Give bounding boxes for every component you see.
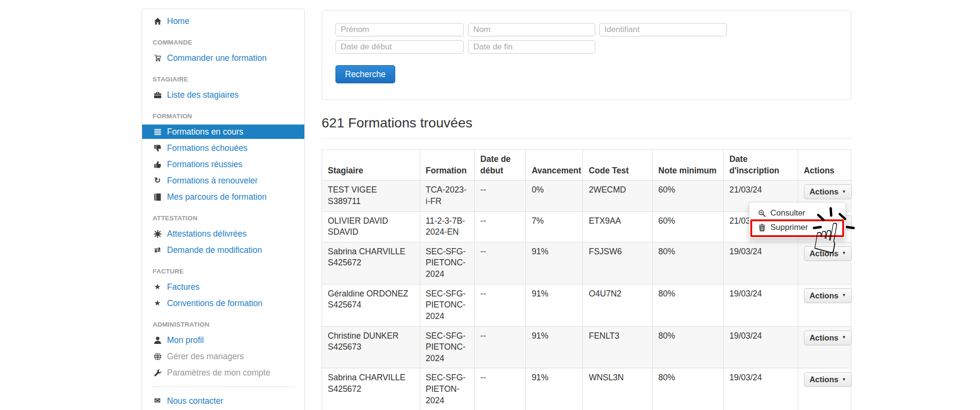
wrench-icon <box>153 369 162 377</box>
sidebar-section-administration: ADMINISTRATION <box>142 321 304 328</box>
sidebar-item-formations-reussies[interactable]: Formations réussies <box>142 157 304 171</box>
results-heading: 621 Formations trouvées <box>322 115 851 139</box>
avancement-value: 91% <box>526 368 583 410</box>
col-code-test: Code Test <box>583 150 652 181</box>
table-row: Christine DUNKERS425673 SEC-SFG-PIETONC-… <box>322 326 851 368</box>
code-test-value: FENLT3 <box>583 326 652 368</box>
sidebar-item-conventions-de-formation[interactable]: ★ Conventions de formation <box>142 296 304 310</box>
sidebar-item-label: Attestations délivrées <box>167 229 246 239</box>
sidebar-item-mes-parcours-de-formation[interactable]: Mes parcours de formation <box>142 190 304 204</box>
sidebar-item-parametres-de-mon-compte[interactable]: Paramètres de mon compte <box>142 365 304 380</box>
stagiaire-id: S389711 <box>328 196 414 207</box>
date-fin-input[interactable] <box>468 40 595 54</box>
code-test-value: 2WECMD <box>583 181 652 211</box>
repeat-icon: ⇄ <box>153 246 162 254</box>
actions-button[interactable]: Actions▼ <box>804 372 852 387</box>
col-actions: Actions <box>798 150 851 181</box>
actions-dropdown-menu: Consulter Supprimer <box>749 202 846 239</box>
date-debut-value: -- <box>474 326 525 368</box>
sidebar-item-label: Commander une formation <box>167 53 267 63</box>
date-inscription-value: 19/03/24 <box>724 242 798 284</box>
prenom-input[interactable] <box>335 23 464 36</box>
stagiaire-name: Christine DUNKER <box>328 330 414 342</box>
col-date-inscription: Date d'inscription <box>724 150 798 181</box>
stagiaire-name: Sabrina CHARVILLE <box>328 372 414 384</box>
sidebar-item-attestations-delivrees[interactable]: Attestations délivrées <box>142 227 304 241</box>
sidebar-section-stagiaire: STAGIAIRE <box>142 76 304 83</box>
dropdown-item-label: Supprimer <box>770 223 808 232</box>
sidebar-item-nous-contacter[interactable]: ✉ Nous contacter <box>142 394 304 408</box>
date-inscription-value: 19/03/24 <box>724 284 798 326</box>
sidebar-item-label: Formations à renouveler <box>167 176 258 186</box>
stagiaire-name: OLIVIER DAVID <box>328 216 414 227</box>
star-icon: ★ <box>153 283 162 291</box>
sidebar-item-formations-en-cours[interactable]: Formations en cours <box>142 125 304 139</box>
date-debut-value: -- <box>474 181 525 211</box>
date-debut-input[interactable] <box>335 40 464 54</box>
note-minimum-value: 80% <box>652 284 723 326</box>
sidebar-item-commander-une-formation[interactable]: Commander une formation <box>142 51 304 65</box>
avancement-value: 91% <box>526 284 583 326</box>
col-formation: Formation <box>420 150 474 181</box>
dropdown-item-label: Consulter <box>770 208 805 218</box>
avancement-value: 0% <box>526 181 583 211</box>
nom-input[interactable] <box>468 23 595 36</box>
date-inscription-value: 19/03/24 <box>724 368 798 410</box>
sidebar-item-mon-profil[interactable]: Mon profil <box>142 333 304 347</box>
stagiaire-name: Géraldine ORDONEZ <box>328 288 414 300</box>
sidebar-section-commande: COMMANDE <box>142 39 304 46</box>
code-test-value: FSJSW6 <box>583 242 652 284</box>
sidebar-item-label: Mes parcours de formation <box>167 192 267 202</box>
sidebar-item-label: Paramètres de mon compte <box>167 368 270 378</box>
sidebar-item-formations-a-renouveler[interactable]: ↻ Formations à renouveler <box>142 173 304 188</box>
home-icon <box>153 17 162 25</box>
sidebar-item-label: Liste des stagiaires <box>167 90 239 100</box>
actions-button[interactable]: Actions▼ <box>804 184 852 199</box>
actions-button[interactable]: Actions▼ <box>804 246 852 261</box>
stagiaire-name: Sabrina CHARVILLE <box>328 246 414 258</box>
sidebar-item-factures[interactable]: ★ Factures <box>142 280 304 294</box>
sidebar-item-gerer-des-managers[interactable]: Gérer des managers <box>142 349 304 364</box>
table-row: Sabrina CHARVILLES425672 SEC-SFG-PIETON-… <box>322 368 851 410</box>
actions-button[interactable]: Actions▼ <box>804 288 852 303</box>
date-debut-value: -- <box>474 211 525 242</box>
refresh-icon: ↻ <box>153 177 162 184</box>
sidebar-item-home[interactable]: Home <box>142 14 304 28</box>
sidebar-item-liste-des-stagiaires[interactable]: Liste des stagiaires <box>142 88 304 102</box>
caret-down-icon: ▼ <box>842 189 846 194</box>
formation-code: SEC-SFG-PIETONC-2024 <box>420 242 474 284</box>
col-note-minimum: Note minimum <box>652 150 723 181</box>
note-minimum-value: 60% <box>652 211 723 242</box>
col-stagiaire: Stagiaire <box>322 150 420 181</box>
caret-down-icon: ▼ <box>842 335 846 340</box>
actions-button[interactable]: Actions▼ <box>804 330 852 345</box>
search-panel: Recherche <box>322 10 851 100</box>
note-minimum-value: 80% <box>652 326 723 368</box>
sidebar-section-facture: FACTURE <box>142 268 304 275</box>
table-row: Sabrina CHARVILLES425672 SEC-SFG-PIETONC… <box>322 242 851 284</box>
sidebar-divider <box>153 387 295 387</box>
avancement-value: 91% <box>526 242 583 284</box>
search-button[interactable]: Recherche <box>335 65 395 83</box>
date-debut-value: -- <box>474 368 525 410</box>
sidebar-item-label: Formations en cours <box>167 127 244 137</box>
page: Home COMMANDE Commander une formation ST… <box>0 0 980 410</box>
avancement-value: 7% <box>526 211 583 242</box>
formation-code: SEC-SFG-PIETON-2024 <box>420 368 474 410</box>
table-header-row: Stagiaire Formation Date de début Avance… <box>322 150 851 181</box>
sidebar-item-label: Factures <box>167 282 200 292</box>
dropdown-item-supprimer[interactable]: Supprimer <box>749 220 845 235</box>
dropdown-item-consulter[interactable]: Consulter <box>749 206 845 220</box>
thumbs-down-icon <box>153 144 162 152</box>
note-minimum-value: 80% <box>652 242 723 284</box>
sidebar-item-demande-de-modification[interactable]: ⇄ Demande de modification <box>142 243 304 257</box>
caret-down-icon: ▼ <box>842 377 846 382</box>
sidebar-item-formations-echouees[interactable]: Formations échouées <box>142 141 304 155</box>
code-test-value: O4U7N2 <box>583 284 652 326</box>
sidebar-item-label: Conventions de formation <box>167 298 262 308</box>
star-icon: ★ <box>153 299 162 307</box>
identifiant-input[interactable] <box>599 23 727 36</box>
formations-table: Stagiaire Formation Date de début Avance… <box>322 149 851 410</box>
code-test-value: WNSL3N <box>583 368 652 410</box>
sidebar-item-label: Mon profil <box>167 335 204 345</box>
